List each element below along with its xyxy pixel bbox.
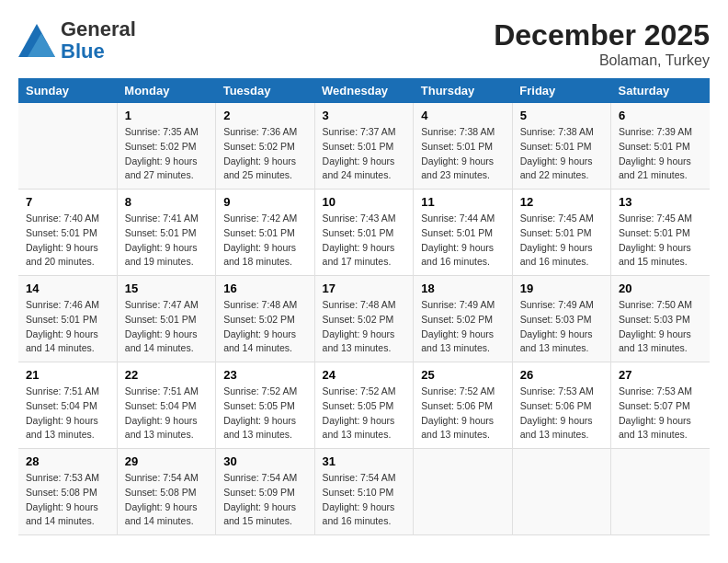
day-number: 30	[223, 454, 306, 468]
day-info: Sunrise: 7:42 AMSunset: 5:01 PMDaylight:…	[223, 212, 306, 270]
location-label: Bolaman, Turkey	[494, 52, 710, 69]
day-info: Sunrise: 7:54 AMSunset: 5:09 PMDaylight:…	[223, 471, 306, 529]
calendar-cell: 18Sunrise: 7:49 AMSunset: 5:02 PMDayligh…	[414, 276, 513, 362]
calendar-cell: 10Sunrise: 7:43 AMSunset: 5:01 PMDayligh…	[314, 190, 414, 276]
day-number: 29	[125, 454, 208, 468]
calendar-cell: 17Sunrise: 7:48 AMSunset: 5:02 PMDayligh…	[314, 276, 414, 362]
day-info: Sunrise: 7:53 AMSunset: 5:06 PMDaylight:…	[520, 385, 603, 442]
calendar-week-5: 28Sunrise: 7:53 AMSunset: 5:08 PMDayligh…	[18, 449, 710, 535]
day-number: 2	[223, 109, 306, 122]
day-info: Sunrise: 7:38 AMSunset: 5:01 PMDaylight:…	[520, 125, 603, 183]
day-number: 19	[520, 282, 603, 295]
calendar-cell: 11Sunrise: 7:44 AMSunset: 5:01 PMDayligh…	[414, 190, 513, 276]
calendar-cell: 16Sunrise: 7:48 AMSunset: 5:02 PMDayligh…	[216, 276, 314, 362]
calendar-cell: 7Sunrise: 7:40 AMSunset: 5:01 PMDaylight…	[18, 190, 117, 276]
calendar-cell: 2Sunrise: 7:36 AMSunset: 5:02 PMDaylight…	[216, 103, 314, 190]
day-info: Sunrise: 7:37 AMSunset: 5:01 PMDaylight:…	[323, 125, 406, 183]
day-number: 16	[223, 282, 306, 295]
day-info: Sunrise: 7:39 AMSunset: 5:01 PMDaylight:…	[619, 125, 702, 183]
title-block: December 2025 Bolaman, Turkey	[494, 18, 710, 69]
day-number: 4	[421, 109, 505, 122]
day-number: 27	[619, 368, 702, 382]
calendar-table: Sunday Monday Tuesday Wednesday Thursday…	[18, 78, 710, 535]
month-year-title: December 2025	[494, 18, 710, 52]
day-info: Sunrise: 7:49 AMSunset: 5:03 PMDaylight:…	[520, 298, 603, 356]
col-saturday: Saturday	[611, 78, 710, 103]
day-number: 5	[520, 109, 603, 122]
day-number: 3	[323, 109, 406, 122]
day-info: Sunrise: 7:48 AMSunset: 5:02 PMDaylight:…	[223, 298, 306, 356]
calendar-cell: 24Sunrise: 7:52 AMSunset: 5:05 PMDayligh…	[314, 362, 414, 449]
calendar-week-4: 21Sunrise: 7:51 AMSunset: 5:04 PMDayligh…	[18, 362, 710, 449]
col-sunday: Sunday	[18, 78, 117, 103]
calendar-cell	[611, 449, 710, 535]
day-number: 14	[26, 282, 109, 295]
day-number: 22	[125, 368, 208, 382]
calendar-week-3: 14Sunrise: 7:46 AMSunset: 5:01 PMDayligh…	[18, 276, 710, 362]
calendar-cell: 31Sunrise: 7:54 AMSunset: 5:10 PMDayligh…	[314, 449, 414, 535]
day-info: Sunrise: 7:51 AMSunset: 5:04 PMDaylight:…	[26, 385, 109, 442]
calendar-cell: 3Sunrise: 7:37 AMSunset: 5:01 PMDaylight…	[314, 103, 414, 190]
calendar-cell: 25Sunrise: 7:52 AMSunset: 5:06 PMDayligh…	[414, 362, 513, 449]
calendar-cell: 12Sunrise: 7:45 AMSunset: 5:01 PMDayligh…	[512, 190, 610, 276]
calendar-cell: 5Sunrise: 7:38 AMSunset: 5:01 PMDaylight…	[512, 103, 610, 190]
col-monday: Monday	[117, 78, 215, 103]
day-number: 18	[421, 282, 505, 295]
day-number: 28	[26, 454, 109, 468]
col-friday: Friday	[512, 78, 610, 103]
calendar-cell: 6Sunrise: 7:39 AMSunset: 5:01 PMDaylight…	[611, 103, 710, 190]
calendar-header-row: Sunday Monday Tuesday Wednesday Thursday…	[18, 78, 710, 103]
col-tuesday: Tuesday	[216, 78, 314, 103]
day-info: Sunrise: 7:54 AMSunset: 5:08 PMDaylight:…	[125, 471, 208, 529]
day-number: 12	[520, 195, 603, 209]
day-number: 26	[520, 368, 603, 382]
calendar-cell: 28Sunrise: 7:53 AMSunset: 5:08 PMDayligh…	[18, 449, 117, 535]
day-number: 21	[26, 368, 109, 382]
calendar-cell	[512, 449, 610, 535]
day-info: Sunrise: 7:36 AMSunset: 5:02 PMDaylight:…	[223, 125, 306, 183]
day-info: Sunrise: 7:53 AMSunset: 5:07 PMDaylight:…	[619, 385, 702, 442]
day-number: 15	[125, 282, 208, 295]
day-info: Sunrise: 7:41 AMSunset: 5:01 PMDaylight:…	[125, 212, 208, 270]
day-info: Sunrise: 7:54 AMSunset: 5:10 PMDaylight:…	[323, 471, 406, 529]
calendar-cell: 21Sunrise: 7:51 AMSunset: 5:04 PMDayligh…	[18, 362, 117, 449]
logo-blue: Blue	[61, 40, 105, 63]
calendar-cell: 15Sunrise: 7:47 AMSunset: 5:01 PMDayligh…	[117, 276, 215, 362]
day-number: 7	[26, 195, 109, 209]
calendar-cell: 22Sunrise: 7:51 AMSunset: 5:04 PMDayligh…	[117, 362, 215, 449]
calendar-cell: 8Sunrise: 7:41 AMSunset: 5:01 PMDaylight…	[117, 190, 215, 276]
day-number: 24	[323, 368, 406, 382]
calendar-cell: 26Sunrise: 7:53 AMSunset: 5:06 PMDayligh…	[512, 362, 610, 449]
calendar-cell: 13Sunrise: 7:45 AMSunset: 5:01 PMDayligh…	[611, 190, 710, 276]
day-number: 1	[125, 109, 208, 122]
day-info: Sunrise: 7:51 AMSunset: 5:04 PMDaylight:…	[125, 385, 208, 442]
calendar-cell	[18, 103, 117, 190]
day-number: 9	[223, 195, 306, 209]
day-info: Sunrise: 7:40 AMSunset: 5:01 PMDaylight:…	[26, 212, 109, 270]
day-info: Sunrise: 7:50 AMSunset: 5:03 PMDaylight:…	[619, 298, 702, 356]
calendar-cell: 1Sunrise: 7:35 AMSunset: 5:02 PMDaylight…	[117, 103, 215, 190]
calendar-week-1: 1Sunrise: 7:35 AMSunset: 5:02 PMDaylight…	[18, 103, 710, 190]
day-info: Sunrise: 7:35 AMSunset: 5:02 PMDaylight:…	[125, 125, 208, 183]
day-number: 23	[223, 368, 306, 382]
logo-icon	[18, 24, 55, 57]
calendar-cell	[414, 449, 513, 535]
calendar-cell: 4Sunrise: 7:38 AMSunset: 5:01 PMDaylight…	[414, 103, 513, 190]
logo-general: General	[61, 17, 136, 40]
day-number: 17	[323, 282, 406, 295]
day-info: Sunrise: 7:52 AMSunset: 5:05 PMDaylight:…	[323, 385, 406, 442]
day-info: Sunrise: 7:52 AMSunset: 5:05 PMDaylight:…	[223, 385, 306, 442]
day-info: Sunrise: 7:47 AMSunset: 5:01 PMDaylight:…	[125, 298, 208, 356]
calendar-cell: 29Sunrise: 7:54 AMSunset: 5:08 PMDayligh…	[117, 449, 215, 535]
calendar-week-2: 7Sunrise: 7:40 AMSunset: 5:01 PMDaylight…	[18, 190, 710, 276]
day-number: 10	[323, 195, 406, 209]
calendar-cell: 20Sunrise: 7:50 AMSunset: 5:03 PMDayligh…	[611, 276, 710, 362]
day-info: Sunrise: 7:43 AMSunset: 5:01 PMDaylight:…	[323, 212, 406, 270]
day-number: 13	[619, 195, 702, 209]
calendar-cell: 14Sunrise: 7:46 AMSunset: 5:01 PMDayligh…	[18, 276, 117, 362]
col-wednesday: Wednesday	[314, 78, 414, 103]
page-header: General Blue December 2025 Bolaman, Turk…	[18, 18, 710, 69]
logo-text: General Blue	[61, 18, 136, 63]
day-info: Sunrise: 7:52 AMSunset: 5:06 PMDaylight:…	[421, 385, 505, 442]
day-number: 6	[619, 109, 702, 122]
